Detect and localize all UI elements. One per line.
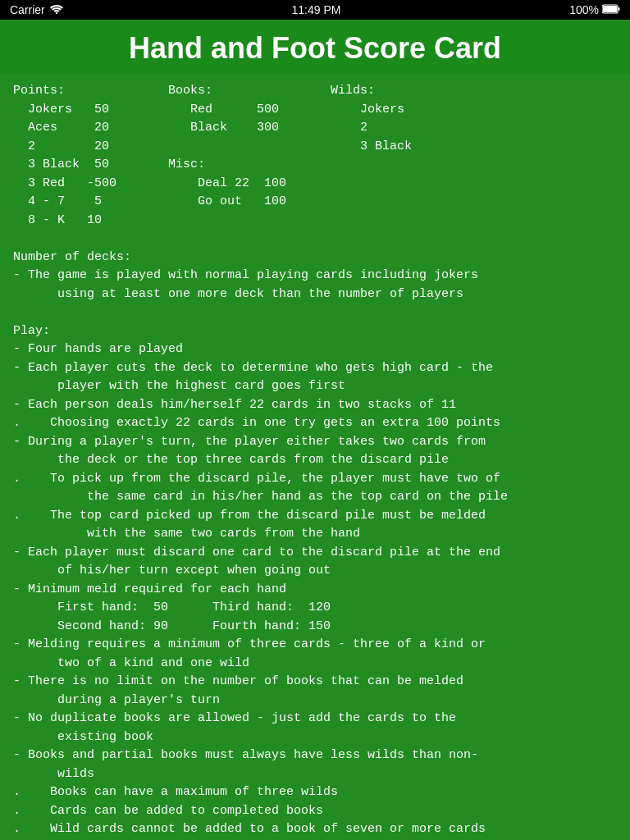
battery-icon [602,3,620,16]
status-bar: Carrier 11:49 PM 100% [0,0,630,20]
svg-rect-2 [603,6,617,12]
app-title: Hand and Foot Score Card [0,20,630,74]
battery-percent: 100% [569,3,599,16]
svg-point-0 [56,12,57,14]
status-left: Carrier [10,3,63,16]
svg-rect-3 [619,7,620,11]
status-right: 100% [569,3,620,16]
carrier-text: Carrier [10,3,45,16]
rules-text: Points: Books: Wilds: Jokers 50 Red 500 … [13,82,617,840]
wifi-icon [50,3,63,16]
time-display: 11:49 PM [292,3,341,16]
main-content: Points: Books: Wilds: Jokers 50 Red 500 … [0,74,630,840]
